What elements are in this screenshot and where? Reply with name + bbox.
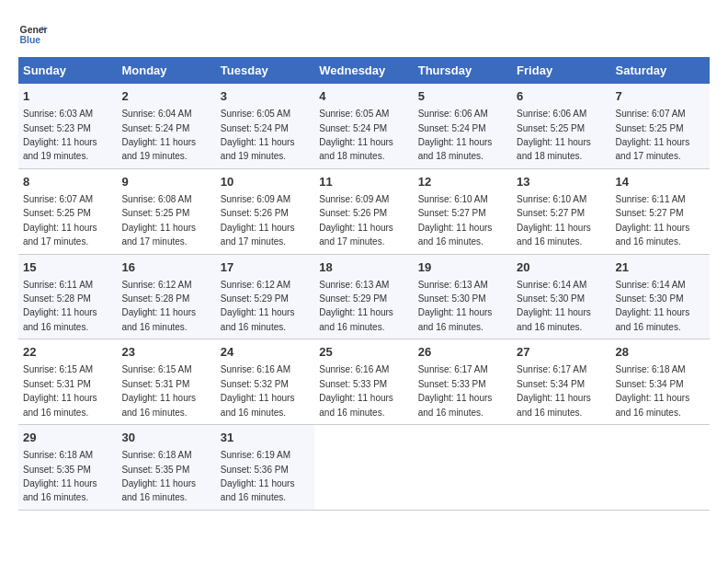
- day-info: Sunrise: 6:07 AMSunset: 5:25 PMDaylight:…: [616, 109, 690, 161]
- day-number: 26: [418, 344, 507, 361]
- day-number: 9: [121, 174, 210, 190]
- day-number: 2: [121, 88, 210, 105]
- calendar-cell: 22 Sunrise: 6:15 AMSunset: 5:31 PMDaylig…: [18, 339, 117, 425]
- day-info: Sunrise: 6:08 AMSunset: 5:25 PMDaylight:…: [121, 194, 196, 247]
- day-info: Sunrise: 6:07 AMSunset: 5:25 PMDaylight:…: [23, 194, 97, 247]
- calendar-cell: 15 Sunrise: 6:11 AMSunset: 5:28 PMDaylig…: [18, 254, 117, 339]
- day-info: Sunrise: 6:12 AMSunset: 5:28 PMDaylight:…: [121, 280, 196, 332]
- day-number: 23: [121, 344, 210, 361]
- day-info: Sunrise: 6:15 AMSunset: 5:31 PMDaylight:…: [121, 364, 196, 417]
- calendar-cell: 21 Sunrise: 6:14 AMSunset: 5:30 PMDaylig…: [611, 254, 710, 339]
- day-info: Sunrise: 6:11 AMSunset: 5:27 PMDaylight:…: [616, 194, 690, 247]
- day-info: Sunrise: 6:10 AMSunset: 5:27 PMDaylight:…: [517, 194, 591, 247]
- calendar-week-row: 8 Sunrise: 6:07 AMSunset: 5:25 PMDayligh…: [18, 168, 710, 254]
- calendar-cell: 11 Sunrise: 6:09 AMSunset: 5:26 PMDaylig…: [314, 168, 413, 254]
- weekday-header-tuesday: Tuesday: [216, 57, 314, 84]
- calendar-cell: 28 Sunrise: 6:18 AMSunset: 5:34 PMDaylig…: [611, 339, 710, 425]
- calendar-week-row: 29 Sunrise: 6:18 AMSunset: 5:35 PMDaylig…: [18, 425, 710, 511]
- day-number: 7: [616, 88, 705, 105]
- calendar-cell: 25 Sunrise: 6:16 AMSunset: 5:33 PMDaylig…: [314, 339, 413, 425]
- calendar-cell: 9 Sunrise: 6:08 AMSunset: 5:25 PMDayligh…: [117, 168, 215, 254]
- day-number: 6: [517, 88, 606, 105]
- weekday-header-monday: Monday: [117, 57, 215, 84]
- weekday-header-sunday: Sunday: [18, 57, 117, 84]
- day-number: 21: [616, 259, 705, 276]
- calendar-table: SundayMondayTuesdayWednesdayThursdayFrid…: [18, 57, 710, 511]
- calendar-week-row: 1 Sunrise: 6:03 AMSunset: 5:23 PMDayligh…: [18, 84, 710, 168]
- day-info: Sunrise: 6:13 AMSunset: 5:29 PMDaylight:…: [319, 280, 393, 332]
- day-info: Sunrise: 6:06 AMSunset: 5:24 PMDaylight:…: [418, 109, 493, 161]
- svg-text:General: General: [20, 25, 48, 35]
- day-number: 17: [221, 259, 310, 276]
- weekday-header-saturday: Saturday: [611, 57, 710, 84]
- calendar-cell: 17 Sunrise: 6:12 AMSunset: 5:29 PMDaylig…: [216, 254, 314, 339]
- day-number: 11: [319, 174, 408, 190]
- calendar-cell: 31 Sunrise: 6:19 AMSunset: 5:36 PMDaylig…: [216, 425, 314, 511]
- day-number: 25: [319, 344, 408, 361]
- page-header: General Blue: [18, 18, 710, 48]
- calendar-cell: 29 Sunrise: 6:18 AMSunset: 5:35 PMDaylig…: [18, 425, 117, 511]
- day-info: Sunrise: 6:18 AMSunset: 5:35 PMDaylight:…: [23, 450, 97, 502]
- day-info: Sunrise: 6:17 AMSunset: 5:34 PMDaylight:…: [517, 364, 591, 417]
- day-number: 13: [517, 174, 606, 190]
- weekday-header-thursday: Thursday: [414, 57, 512, 84]
- day-number: 24: [221, 344, 310, 361]
- day-number: 14: [616, 174, 705, 190]
- day-number: 8: [23, 174, 112, 190]
- calendar-cell: 18 Sunrise: 6:13 AMSunset: 5:29 PMDaylig…: [314, 254, 413, 339]
- calendar-cell: 26 Sunrise: 6:17 AMSunset: 5:33 PMDaylig…: [414, 339, 512, 425]
- logo-icon: General Blue: [18, 18, 48, 48]
- day-number: 19: [418, 259, 507, 276]
- day-info: Sunrise: 6:16 AMSunset: 5:33 PMDaylight:…: [319, 364, 393, 417]
- day-info: Sunrise: 6:12 AMSunset: 5:29 PMDaylight:…: [221, 280, 295, 332]
- day-info: Sunrise: 6:13 AMSunset: 5:30 PMDaylight:…: [418, 280, 493, 332]
- calendar-cell: 13 Sunrise: 6:10 AMSunset: 5:27 PMDaylig…: [512, 168, 610, 254]
- calendar-cell: 10 Sunrise: 6:09 AMSunset: 5:26 PMDaylig…: [216, 168, 314, 254]
- calendar-cell: 27 Sunrise: 6:17 AMSunset: 5:34 PMDaylig…: [512, 339, 610, 425]
- calendar-cell: [314, 425, 413, 511]
- day-info: Sunrise: 6:17 AMSunset: 5:33 PMDaylight:…: [418, 364, 493, 417]
- calendar-cell: 3 Sunrise: 6:05 AMSunset: 5:24 PMDayligh…: [216, 84, 314, 168]
- day-info: Sunrise: 6:09 AMSunset: 5:26 PMDaylight:…: [221, 194, 295, 247]
- day-info: Sunrise: 6:16 AMSunset: 5:32 PMDaylight:…: [221, 364, 295, 417]
- calendar-cell: 1 Sunrise: 6:03 AMSunset: 5:23 PMDayligh…: [18, 84, 117, 168]
- day-info: Sunrise: 6:19 AMSunset: 5:36 PMDaylight:…: [221, 450, 295, 502]
- day-number: 28: [616, 344, 705, 361]
- calendar-cell: 24 Sunrise: 6:16 AMSunset: 5:32 PMDaylig…: [216, 339, 314, 425]
- day-number: 5: [418, 88, 507, 105]
- calendar-cell: 23 Sunrise: 6:15 AMSunset: 5:31 PMDaylig…: [117, 339, 215, 425]
- day-number: 22: [23, 344, 112, 361]
- day-number: 12: [418, 174, 507, 190]
- day-number: 16: [121, 259, 210, 276]
- day-number: 3: [221, 88, 310, 105]
- calendar-cell: [611, 425, 710, 511]
- calendar-cell: [512, 425, 610, 511]
- calendar-cell: 14 Sunrise: 6:11 AMSunset: 5:27 PMDaylig…: [611, 168, 710, 254]
- calendar-cell: 16 Sunrise: 6:12 AMSunset: 5:28 PMDaylig…: [117, 254, 215, 339]
- day-info: Sunrise: 6:15 AMSunset: 5:31 PMDaylight:…: [23, 364, 97, 417]
- calendar-cell: 20 Sunrise: 6:14 AMSunset: 5:30 PMDaylig…: [512, 254, 610, 339]
- calendar-cell: 12 Sunrise: 6:10 AMSunset: 5:27 PMDaylig…: [414, 168, 512, 254]
- day-info: Sunrise: 6:05 AMSunset: 5:24 PMDaylight:…: [319, 109, 393, 161]
- day-number: 20: [517, 259, 606, 276]
- svg-text:Blue: Blue: [20, 35, 41, 45]
- day-number: 15: [23, 259, 112, 276]
- calendar-cell: 4 Sunrise: 6:05 AMSunset: 5:24 PMDayligh…: [314, 84, 413, 168]
- day-number: 1: [23, 88, 112, 105]
- day-number: 4: [319, 88, 408, 105]
- day-info: Sunrise: 6:10 AMSunset: 5:27 PMDaylight:…: [418, 194, 493, 247]
- day-info: Sunrise: 6:18 AMSunset: 5:35 PMDaylight:…: [121, 450, 196, 502]
- day-info: Sunrise: 6:18 AMSunset: 5:34 PMDaylight:…: [616, 364, 690, 417]
- day-number: 31: [221, 430, 310, 446]
- calendar-cell: 19 Sunrise: 6:13 AMSunset: 5:30 PMDaylig…: [414, 254, 512, 339]
- calendar-cell: 6 Sunrise: 6:06 AMSunset: 5:25 PMDayligh…: [512, 84, 610, 168]
- calendar-cell: 5 Sunrise: 6:06 AMSunset: 5:24 PMDayligh…: [414, 84, 512, 168]
- calendar-cell: [414, 425, 512, 511]
- weekday-header-friday: Friday: [512, 57, 610, 84]
- calendar-cell: 7 Sunrise: 6:07 AMSunset: 5:25 PMDayligh…: [611, 84, 710, 168]
- calendar-cell: 8 Sunrise: 6:07 AMSunset: 5:25 PMDayligh…: [18, 168, 117, 254]
- day-info: Sunrise: 6:14 AMSunset: 5:30 PMDaylight:…: [616, 280, 690, 332]
- day-number: 29: [23, 430, 112, 446]
- calendar-cell: 2 Sunrise: 6:04 AMSunset: 5:24 PMDayligh…: [117, 84, 215, 168]
- day-number: 27: [517, 344, 606, 361]
